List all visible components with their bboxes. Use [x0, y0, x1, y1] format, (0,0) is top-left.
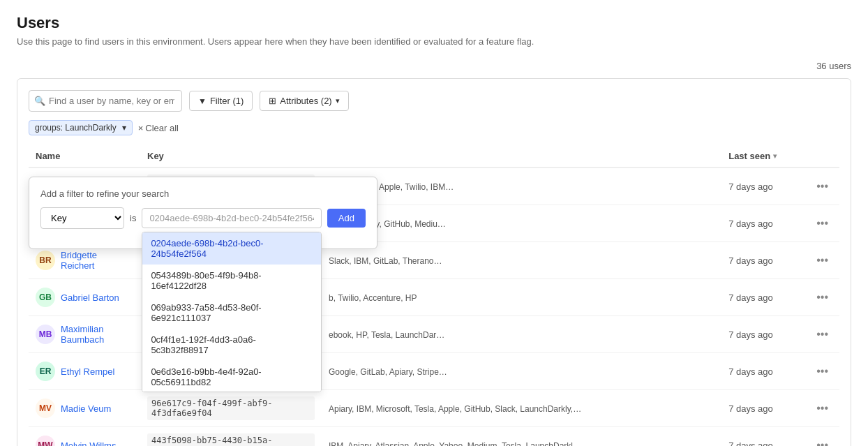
last-seen-value-user8: 7 days ago: [728, 440, 773, 447]
cell-actions-user2: •••: [805, 205, 839, 242]
more-options-button-user6[interactable]: •••: [812, 364, 832, 379]
clear-all-button[interactable]: × Clear all: [138, 123, 179, 133]
tags-value-user7: Apiary, IBM, Microsoft, Tesla, Apple, Gi…: [329, 404, 581, 414]
last-seen-value-user3: 7 days ago: [728, 255, 773, 266]
user-link-user3[interactable]: Bridgette Reichert: [61, 250, 133, 271]
cell-tags-user4: b, Twilio, Accenture, HP: [322, 279, 721, 316]
cell-last-seen-user3: 7 days ago: [721, 242, 805, 279]
last-seen-sort-icon: ▾: [773, 152, 777, 160]
clear-all-label: Clear all: [145, 123, 179, 133]
cell-tags-user1: Cisco, Slack, Apple, Twilio, IBM…: [322, 168, 721, 205]
attributes-button[interactable]: ⊞ Attributes (2) ▾: [260, 91, 348, 111]
user-count-bar: 36 users: [17, 61, 851, 71]
tags-value-user8: IBM, Apiary, Atlassian, Apple, Yahoo, Me…: [329, 441, 581, 447]
last-seen-value-user7: 7 days ago: [728, 403, 773, 414]
filter-label: Filter (1): [210, 96, 244, 106]
last-seen-value-user2: 7 days ago: [728, 218, 773, 229]
grid-icon: ⊞: [269, 96, 276, 106]
filter-value-wrapper: 0204aede-698b-4b2d-bec0-24b54fe2f564 054…: [142, 208, 321, 228]
cell-actions-user3: •••: [805, 242, 839, 279]
col-header-last-seen[interactable]: Last seen ▾: [721, 145, 805, 168]
more-options-button-user7[interactable]: •••: [812, 401, 832, 416]
filter-button[interactable]: ▼ Filter (1): [189, 91, 253, 111]
user-link-user8[interactable]: Melvin Willms: [61, 440, 116, 447]
cell-last-seen-user1: 7 days ago: [721, 168, 805, 205]
user-link-user6[interactable]: Ethyl Rempel: [61, 366, 114, 377]
tags-value-user3: Slack, IBM, GitLab, Therano…: [329, 256, 442, 266]
toolbar: 🔍 ▼ Filter (1) ⊞ Attributes (2) ▾: [29, 90, 839, 112]
cell-last-seen-user2: 7 days ago: [721, 205, 805, 242]
user-link-user5[interactable]: Maximilian Baumbach: [61, 324, 133, 345]
value-option-1[interactable]: 0204aede-698b-4b2d-bec0-24b54fe2f564: [142, 232, 320, 265]
avatar-user8: MW: [36, 436, 55, 446]
cell-tags-user2: LaunchDarkly, GitHub, Mediu…: [322, 205, 721, 242]
value-option-3[interactable]: 069ab933-7a58-4d53-8e0f-6e921c111037: [142, 297, 320, 329]
cell-actions-user5: •••: [805, 316, 839, 353]
cell-tags-user5: ebook, HP, Tesla, LaunchDar…: [322, 316, 721, 353]
cell-name-user7: MV Madie Veum: [29, 390, 140, 427]
cell-tags-user6: Google, GitLab, Apiary, Stripe…: [322, 353, 721, 390]
key-value-user7: 96e617c9-f04f-499f-abf9-4f3dfa6e9f04: [147, 396, 315, 420]
cell-name-user8: MW Melvin Willms: [29, 427, 140, 447]
tags-value-user5: ebook, HP, Tesla, LaunchDar…: [329, 330, 444, 340]
user-count: 36 users: [816, 61, 851, 71]
attributes-label: Attributes (2): [280, 96, 331, 106]
last-seen-value-user6: 7 days ago: [728, 366, 773, 377]
page-title: Users: [17, 14, 851, 32]
last-seen-value-user4: 7 days ago: [728, 292, 773, 303]
filter-dropdown-title: Add a filter to refine your search: [40, 188, 366, 199]
table-row: MW Melvin Willms 443f5098-bb75-4430-b15a…: [29, 427, 839, 447]
cell-actions-user7: •••: [805, 390, 839, 427]
cell-name-user4: GB Gabriel Barton: [29, 279, 140, 316]
col-header-tags: [322, 145, 721, 168]
filter-tag-label: groups: LaunchDarkly: [35, 123, 117, 133]
value-option-2[interactable]: 0543489b-80e5-4f9b-94b8-16ef4122df28: [142, 265, 320, 297]
cell-tags-user3: Slack, IBM, GitLab, Therano…: [322, 242, 721, 279]
cell-actions-user8: •••: [805, 427, 839, 447]
add-filter-button[interactable]: Add: [327, 209, 366, 228]
more-options-button-user1[interactable]: •••: [812, 179, 832, 194]
search-wrapper: 🔍: [29, 90, 182, 112]
avatar-user6: ER: [36, 362, 55, 381]
cell-actions-user1: •••: [805, 168, 839, 205]
tags-value-user6: Google, GitLab, Apiary, Stripe…: [329, 367, 447, 377]
user-link-user7[interactable]: Madie Veum: [61, 403, 111, 414]
filter-value-input[interactable]: [142, 208, 321, 228]
more-options-button-user5[interactable]: •••: [812, 327, 832, 342]
cell-last-seen-user4: 7 days ago: [721, 279, 805, 316]
filter-row: Key is 0204aede-698b-4b2d-bec0-24b54fe2f…: [40, 207, 366, 229]
filter-tag-close-icon[interactable]: ▾: [122, 123, 126, 133]
avatar-user7: MV: [36, 399, 55, 418]
more-options-button-user8[interactable]: •••: [812, 438, 832, 446]
cell-last-seen-user6: 7 days ago: [721, 353, 805, 390]
table-header-row: Name Key Last seen ▾: [29, 145, 839, 168]
last-seen-value-user5: 7 days ago: [728, 329, 773, 340]
tags-value-user4: b, Twilio, Accenture, HP: [329, 293, 417, 303]
col-header-name: Name: [29, 145, 140, 168]
cell-name-user6: ER Ethyl Rempel: [29, 353, 140, 390]
filter-key-select[interactable]: Key: [40, 207, 124, 229]
key-value-user8: 443f5098-bb75-4430-b15a-cc6009c79f83: [147, 433, 315, 446]
value-option-5[interactable]: 0e6d3e16-b9bb-4e4f-92a0-05c56911bd82: [142, 361, 320, 392]
cell-last-seen-user8: 7 days ago: [721, 427, 805, 447]
cell-last-seen-user7: 7 days ago: [721, 390, 805, 427]
value-dropdown-list: 0204aede-698b-4b2d-bec0-24b54fe2f564 054…: [142, 232, 321, 392]
avatar-user3: BR: [36, 251, 55, 270]
user-link-user4[interactable]: Gabriel Barton: [61, 292, 119, 303]
avatar-user4: GB: [36, 288, 55, 307]
avatar-user5: MB: [36, 325, 55, 344]
filter-icon: ▼: [198, 96, 207, 106]
search-input[interactable]: [29, 90, 182, 112]
col-header-actions: [805, 145, 839, 168]
col-header-key: Key: [140, 145, 322, 168]
more-options-button-user3[interactable]: •••: [812, 253, 832, 268]
main-card: 🔍 ▼ Filter (1) ⊞ Attributes (2) ▾ groups…: [17, 78, 851, 446]
cell-actions-user4: •••: [805, 279, 839, 316]
search-icon: 🔍: [34, 96, 45, 106]
cell-name-user5: MB Maximilian Baumbach: [29, 316, 140, 353]
cell-actions-user6: •••: [805, 353, 839, 390]
more-options-button-user4[interactable]: •••: [812, 290, 832, 305]
more-options-button-user2[interactable]: •••: [812, 216, 832, 231]
attributes-chevron-icon: ▾: [336, 96, 340, 105]
value-option-4[interactable]: 0cf4f1e1-192f-4dd3-a0a6-5c3b32f88917: [142, 329, 320, 361]
